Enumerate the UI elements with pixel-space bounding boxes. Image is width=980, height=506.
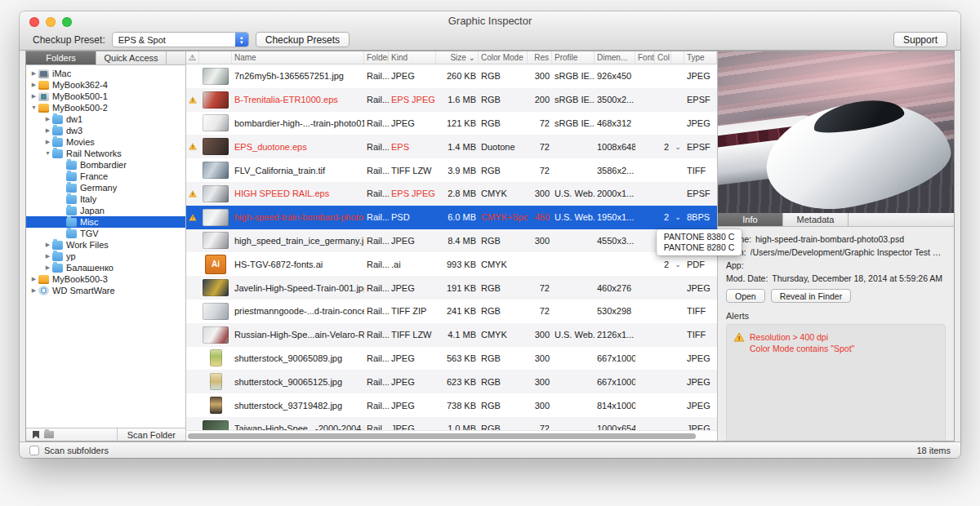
disclosure-triangle-icon[interactable] bbox=[43, 136, 52, 148]
table-row[interactable]: ! priestmanngoode-...d-train-concept.tif… bbox=[186, 300, 717, 323]
table-row[interactable]: ! HIGH SPEED RAIL.eps Rail... EPS JPEG 2… bbox=[186, 182, 717, 206]
file-colors-count: 2 bbox=[655, 142, 671, 152]
checkup-presets-button[interactable]: Checkup Presets bbox=[256, 32, 350, 47]
folder-tree-item[interactable]: TGV bbox=[26, 228, 185, 239]
horizontal-scrollbar[interactable] bbox=[186, 430, 717, 441]
table-row[interactable]: ! shutterstock_90065089.jpg Rail... JPEG… bbox=[186, 347, 717, 371]
table-row[interactable]: ! high-speed-train-bombard-photo03.psd R… bbox=[186, 206, 717, 229]
column-header[interactable]: Color Mode bbox=[479, 51, 528, 64]
spot-color-item[interactable]: PANTONE 8280 C bbox=[662, 242, 736, 253]
folder-tree-item[interactable]: Italy bbox=[26, 193, 185, 205]
open-button[interactable]: Open bbox=[726, 289, 765, 303]
table-row[interactable]: ! HS-TGV-6872-fonts.ai Rail... .ai 993 K… bbox=[186, 252, 717, 276]
table-row[interactable]: ! shutterstock_90065125.jpg Rail... JPEG… bbox=[186, 370, 717, 393]
scan-folder-button[interactable]: Scan Folder bbox=[117, 428, 185, 441]
folder-tree-item[interactable]: MyBook362-4 bbox=[26, 79, 185, 91]
column-header[interactable] bbox=[199, 51, 232, 64]
spot-colors-chevron-icon[interactable] bbox=[671, 143, 684, 151]
scan-subfolders-checkbox[interactable] bbox=[29, 446, 39, 455]
file-name: bombardier-high-...-train-photo01.jpg bbox=[232, 118, 364, 128]
inspector-tab[interactable]: Metadata bbox=[783, 213, 849, 226]
alert-message: Color Mode contains "Spot" bbox=[750, 343, 854, 354]
file-table: ⚠ Name Folder Kind bbox=[186, 51, 717, 441]
disclosure-triangle-icon[interactable] bbox=[43, 125, 52, 136]
folder-tree-item[interactable]: iMac bbox=[26, 68, 185, 79]
scrollbar-thumb[interactable] bbox=[188, 433, 696, 439]
sidebar-tab[interactable]: Quick Access bbox=[96, 51, 167, 64]
disclosure-triangle-icon[interactable] bbox=[43, 239, 52, 251]
column-header[interactable]: Name bbox=[232, 51, 364, 64]
table-row[interactable]: ! bombardier-high-...-train-photo01.jpg … bbox=[186, 112, 717, 135]
table-row[interactable]: ! EPS_duotone.eps Rail... EPS 1.4 MB Duo… bbox=[186, 135, 717, 158]
disclosure-triangle-icon[interactable] bbox=[43, 251, 52, 262]
disclosure-triangle-icon[interactable] bbox=[29, 91, 38, 102]
disclosure-triangle-icon[interactable] bbox=[29, 79, 38, 91]
spot-color-item[interactable]: PANTONE 8380 C bbox=[662, 232, 736, 242]
inspector-tab[interactable]: Info bbox=[718, 213, 783, 226]
folder-tree-item[interactable]: dw1 bbox=[26, 113, 185, 125]
folder-tree: iMac MyBook362-4 MyBook500-1 bbox=[26, 65, 185, 428]
disclosure-triangle-icon[interactable] bbox=[29, 68, 38, 79]
column-header[interactable]: Kind bbox=[389, 51, 436, 64]
folder-tree-item[interactable]: Балашенко bbox=[26, 262, 185, 273]
folder-tree-item[interactable]: dw3 bbox=[26, 125, 185, 136]
file-kind: JPEG bbox=[389, 377, 436, 387]
disclosure-triangle-icon[interactable] bbox=[43, 262, 52, 273]
folder-tree-item[interactable]: France bbox=[26, 171, 185, 182]
column-header[interactable]: Folder bbox=[364, 51, 389, 64]
info-field-value: Thursday, December 18, 2014 at 5:59:26 A… bbox=[772, 273, 946, 283]
column-header[interactable]: Type bbox=[684, 51, 717, 64]
folder-tree-item[interactable]: Work Files bbox=[26, 239, 185, 251]
column-header[interactable]: Size bbox=[436, 51, 479, 64]
table-row[interactable]: ! FLV_California_train.tif Rail... TIFF … bbox=[186, 158, 717, 182]
folder-tree-item[interactable]: Rail Networks bbox=[26, 148, 185, 159]
folder-tree-item[interactable]: Germany bbox=[26, 182, 185, 193]
checkup-preset-select[interactable]: EPS & Spot ▲▼ bbox=[112, 32, 249, 47]
table-row[interactable]: ! shutterstock_93719482.jpg Rail... JPEG… bbox=[186, 393, 717, 417]
file-size: 241 KB bbox=[436, 306, 479, 316]
spot-colors-chevron-icon[interactable] bbox=[671, 260, 684, 269]
folder-tree-item[interactable]: Japan bbox=[26, 205, 185, 216]
svg-text:!: ! bbox=[192, 215, 194, 220]
table-row[interactable]: ! 7n26my5h-1365657251.jpg Rail... JPEG 2… bbox=[186, 64, 717, 88]
tree-item-icon bbox=[52, 149, 63, 158]
column-header[interactable]: ⚠ bbox=[186, 51, 199, 64]
disclosure-triangle-icon[interactable] bbox=[43, 113, 52, 125]
folder-tree-item[interactable]: Bombardier bbox=[26, 159, 185, 171]
file-profile: U.S. Web... bbox=[552, 189, 595, 198]
disclosure-triangle-icon[interactable] bbox=[29, 273, 38, 285]
file-dimensions: 1950x1... bbox=[595, 212, 635, 222]
column-header[interactable]: Font bbox=[635, 51, 655, 64]
spot-colors-chevron-icon[interactable] bbox=[671, 213, 684, 221]
bookmark-icon[interactable] bbox=[33, 431, 39, 439]
folder-tree-item[interactable]: yp bbox=[26, 251, 185, 262]
file-folder: Rail... bbox=[364, 212, 389, 222]
column-header[interactable]: Res bbox=[528, 51, 552, 64]
file-thumbnail bbox=[199, 209, 232, 226]
file-kind: EPS bbox=[389, 142, 436, 152]
table-row[interactable]: ! B-Trenitalia-ETR1000.eps Rail... EPS J… bbox=[186, 88, 717, 112]
column-header[interactable]: Profile bbox=[552, 51, 595, 64]
column-header[interactable] bbox=[671, 51, 684, 64]
folder-tree-item[interactable]: MyBook500-1 bbox=[26, 91, 185, 102]
sidebar-tab[interactable]: Folders bbox=[26, 51, 96, 64]
folder-tree-item[interactable]: Misc bbox=[26, 216, 185, 228]
table-row[interactable]: ! Russian-High-Spe...ain-Velaro-RUS.tif … bbox=[186, 323, 717, 347]
support-button[interactable]: Support bbox=[893, 32, 947, 47]
disclosure-triangle-icon[interactable] bbox=[29, 285, 38, 296]
folder-tree-item[interactable]: MyBook500-2 bbox=[26, 102, 185, 113]
table-row[interactable]: ! high_speed_train_ice_germany.jpg Rail.… bbox=[186, 229, 717, 253]
column-header[interactable]: Dimen... bbox=[595, 51, 635, 64]
disclosure-triangle-icon[interactable] bbox=[29, 102, 38, 113]
add-folder-icon[interactable] bbox=[44, 431, 54, 438]
folder-tree-item[interactable]: MyBook500-3 bbox=[26, 273, 185, 285]
sort-indicator-icon bbox=[466, 53, 475, 62]
table-row[interactable]: ! Javelin-High-Speed-Train-001.jpg Rail.… bbox=[186, 276, 717, 300]
column-header[interactable]: Col bbox=[655, 51, 671, 64]
titlebar[interactable]: Graphic Inspector bbox=[20, 11, 960, 29]
reveal-in-finder-button[interactable]: Reveal in Finder bbox=[771, 289, 851, 303]
folder-tree-item[interactable]: WD SmartWare bbox=[26, 285, 185, 296]
disclosure-triangle-icon[interactable] bbox=[43, 148, 52, 159]
file-folder: Rail... bbox=[364, 166, 389, 175]
folder-tree-item[interactable]: Movies bbox=[26, 136, 185, 148]
